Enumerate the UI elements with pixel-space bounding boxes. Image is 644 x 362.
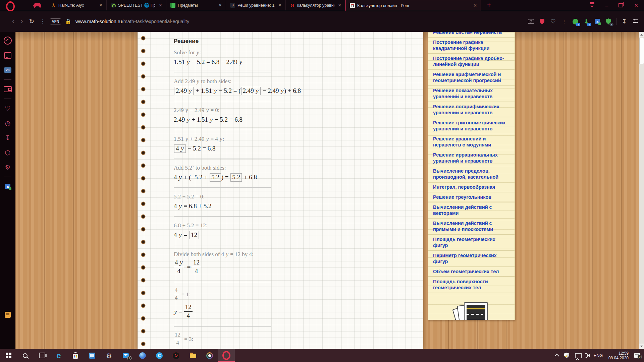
sidebar-orange-list-icon[interactable]	[2, 308, 13, 321]
defender-shield-icon[interactable]	[564, 353, 569, 358]
sidebar-gear-icon[interactable]: ⚙	[2, 161, 13, 174]
sidebar-link[interactable]: Вычисление пределов, производной, касате…	[428, 166, 515, 182]
sidebar-wallet-icon[interactable]	[2, 82, 13, 96]
snapshot-camera-icon[interactable]	[528, 18, 534, 25]
downloads-tray-icon[interactable]: ↧	[621, 18, 628, 25]
tab-close-icon[interactable]: ✕	[158, 3, 163, 8]
taskbar-mail-icon[interactable]: 1	[117, 349, 134, 362]
ext-shield-green-icon[interactable]: 4	[605, 18, 612, 25]
browser-tab[interactable]: 3Реши уравнение: 1,51y +(✕	[226, 0, 286, 10]
minimize-button[interactable]: –	[604, 3, 610, 8]
taskbar-media-icon[interactable]	[201, 349, 218, 362]
sidebar-download-icon[interactable]: ↧	[2, 131, 13, 144]
browser-tab[interactable]: Предметы✕	[166, 0, 226, 10]
ext-green-arrow-icon[interactable]: ⬇?	[583, 18, 590, 25]
sidebar-vk-icon[interactable]: VK	[2, 63, 13, 77]
tab-close-icon[interactable]: ✕	[337, 3, 342, 8]
sidebar-link[interactable]: Площадь геометрических фигур	[428, 235, 515, 251]
restore-button[interactable]	[619, 3, 623, 7]
sidebar-flow-icon[interactable]	[2, 34, 13, 47]
sidebar-link[interactable]: Построение графика квадратичной функции	[428, 38, 515, 54]
tab-close-icon[interactable]: ✕	[98, 3, 104, 8]
sidebar-clock-icon[interactable]: ◷	[2, 116, 13, 130]
notifications-icon[interactable]: 2	[634, 353, 640, 358]
tab-close-icon[interactable]: ✕	[277, 3, 283, 8]
sidebar-translate-icon[interactable]: a	[2, 180, 13, 193]
sidebar-link[interactable]: Площадь поверхности геометрических тел	[428, 277, 515, 293]
scrollbar-thumb[interactable]	[639, 38, 644, 64]
taskbar-opera-gx-icon[interactable]	[218, 349, 235, 362]
sidebar-link[interactable]: Решение уравнений и неравенств с модулям…	[428, 134, 515, 150]
volume-icon[interactable]	[587, 353, 588, 358]
sidebar-link[interactable]: Решение тригонометрических уравнений и н…	[428, 118, 515, 134]
sidebar-link[interactable]: Вычисления действий с прямыми и плоскост…	[428, 219, 515, 235]
roadimage-block[interactable]: RoadImage.ru Конструктор дорожных ситуац…	[428, 302, 515, 320]
sidebar-link[interactable]: Объем геометрических тел	[428, 267, 515, 277]
sidebar-link[interactable]: Решение систем неравенств	[428, 32, 515, 38]
taskbar-store-icon[interactable]	[67, 349, 84, 362]
sidebar-link[interactable]: Решение треугольников	[428, 192, 515, 202]
vpn-shield-red-icon[interactable]	[539, 18, 545, 25]
tune-sliders-icon[interactable]	[632, 18, 639, 25]
ext-green-circle-icon[interactable]: !	[572, 18, 579, 25]
tab-title: Half-Life: Alyx	[58, 3, 96, 8]
taskbar-updater-icon[interactable]: ↻	[168, 349, 184, 362]
fraction-numerator: 4	[174, 287, 179, 295]
vpn-badge[interactable]: VPN	[50, 18, 61, 24]
taskbar-task-view-icon[interactable]	[34, 349, 50, 362]
sidebar-twitch-icon[interactable]	[2, 49, 13, 62]
back-button[interactable]: ‹	[12, 17, 14, 26]
sidebar-link[interactable]: Решение логарифмических уравнений и нера…	[428, 102, 515, 118]
close-button[interactable]: ✕	[633, 2, 639, 8]
taskbar-edge-icon[interactable]: e	[50, 349, 67, 362]
clock[interactable]: 12:59 08.04.2020	[608, 351, 629, 360]
fraction-numerator: 4 y	[174, 259, 184, 267]
tab-close-icon[interactable]: ✕	[217, 3, 223, 8]
sidebar-link[interactable]: Решение иррациональных уравнений и нерав…	[428, 150, 515, 166]
downloads-tray-glyph: ↧	[622, 18, 627, 25]
fraction-denominator: 4	[192, 267, 201, 275]
taskbar-settings-icon[interactable]: ⚙	[101, 349, 117, 362]
new-tab-button[interactable]: +	[487, 1, 491, 9]
page-scrollbar[interactable]	[639, 32, 644, 349]
sidebar-link[interactable]: Построение графика дробно-линейной функц…	[428, 54, 515, 70]
taskbar-search-icon[interactable]	[17, 349, 34, 362]
opera-logo-icon[interactable]	[6, 1, 15, 11]
browser-tab[interactable]: Якалькулятор уравнений о✕	[286, 0, 345, 10]
browser-menu-icon[interactable]	[589, 2, 595, 9]
taskbar-photos-icon[interactable]	[84, 349, 101, 362]
tray-time: 12:59	[608, 351, 629, 356]
tray-chevron-icon[interactable]	[554, 354, 559, 358]
https-lock-icon[interactable]: 🔒	[65, 18, 71, 24]
ext-translate-icon[interactable]: a	[594, 18, 601, 25]
browser-tab[interactable]: Калькулятор онлайн - Реш✕	[345, 0, 481, 11]
browser-tab[interactable]: λHalf-Life: Alyx✕	[47, 0, 107, 10]
taskbar-explorer-icon[interactable]	[184, 349, 201, 362]
sidebar-link[interactable]: Интеграл, первообразная	[428, 182, 515, 192]
taskbar-c-app-icon[interactable]: C	[151, 349, 168, 362]
forward-button[interactable]: ›	[20, 17, 23, 26]
taskbar-start-icon[interactable]	[0, 349, 17, 362]
sidebar-link[interactable]: Решение арифметической и геометрической …	[428, 70, 515, 86]
taskbar-blue-orb-icon[interactable]	[134, 349, 151, 362]
language-indicator[interactable]: ENG	[594, 353, 603, 358]
step-description: 5.2 − 5.2 = 0:	[174, 193, 410, 200]
reload-button[interactable]: ↻	[29, 18, 34, 25]
sidebar-link[interactable]: Вычисления действий с векторами	[428, 202, 515, 219]
site-menu-dots-icon[interactable]: ⋮	[40, 18, 45, 24]
sidebar-link[interactable]: Периметр геометрических фигур	[428, 251, 515, 267]
tab-title: SPEEDTEST 🌐 Проверка с	[118, 3, 155, 8]
network-icon[interactable]	[575, 353, 582, 358]
tab-close-icon[interactable]: ✕	[472, 3, 478, 8]
step-equation: 2.49 y + 1.51 y − 5.2 = (2.49 y − 2.49 y…	[174, 86, 410, 95]
scroll-up-arrow[interactable]	[639, 32, 644, 37]
heart-save-icon[interactable]: ♡	[550, 18, 556, 25]
gx-corner-icon[interactable]	[33, 2, 42, 8]
overflow-dots-icon[interactable]: ⋮	[561, 18, 568, 25]
sidebar-link[interactable]: Решение показательных уравнений и нераве…	[428, 86, 515, 102]
address-bar[interactable]: www.math-solution.ru/math-task/exponenti…	[75, 19, 189, 24]
scroll-down-arrow[interactable]	[639, 344, 644, 349]
sidebar-extbox-icon[interactable]: ⬡	[2, 146, 13, 159]
browser-tab[interactable]: SPEEDTEST 🌐 Проверка с✕	[107, 0, 166, 10]
sidebar-heart-icon[interactable]: ♡	[2, 102, 13, 115]
